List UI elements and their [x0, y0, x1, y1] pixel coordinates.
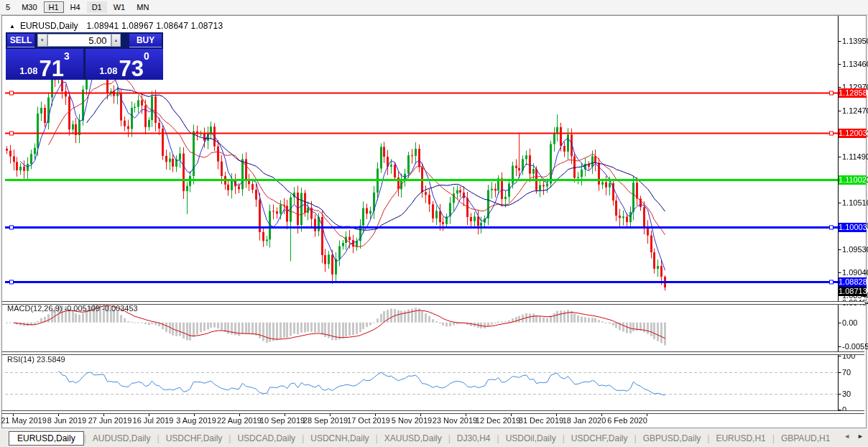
chart-tab-gbpusd-daily[interactable]: GBPUSD,Daily [637, 432, 708, 445]
pane-splitter-macd-rsi[interactable] [2, 351, 864, 355]
tab-scroll-arrows: ◄ ► [844, 433, 864, 440]
tab-scroll-right-icon[interactable]: ► [857, 433, 864, 440]
price-tick-label: 1.13460 [842, 60, 868, 68]
chart-tab-usdoil-daily[interactable]: USDOil,Daily [499, 432, 563, 445]
pane-splitter-price-macd[interactable] [2, 301, 864, 305]
timeframe-button-mn[interactable]: MN [131, 1, 154, 13]
price-tick-label: 1.12470 [842, 106, 868, 115]
pane-splitter-rsi-bottom[interactable] [2, 410, 864, 414]
hline-price-label: 1.11002 [839, 175, 867, 185]
rsi-name: RSI(14) [7, 355, 34, 364]
buy-price-main: 73 [119, 60, 144, 78]
timeframe-button-h1[interactable]: H1 [44, 1, 64, 13]
sell-price-sup: 3 [64, 50, 70, 62]
buy-button[interactable]: BUY [129, 34, 162, 47]
timeframe-toolbar: 5M30H1H4D1W1MN [0, 0, 868, 15]
rsi-value: 23.5849 [37, 355, 65, 364]
timeframe-button-h4[interactable]: H4 [65, 1, 86, 13]
price-tick-label: 1.09040 [842, 268, 868, 277]
hline-price-label: 1.10003 [839, 223, 867, 232]
chart-tab-audusd-daily[interactable]: AUDUSD,Daily [86, 432, 157, 445]
sell-price-quote[interactable]: 1.08 71 3 [6, 49, 83, 80]
sell-price-main: 71 [40, 60, 64, 78]
chart-tab-usdcnh-daily[interactable]: USDCNH,Daily [304, 432, 375, 445]
rsi-tick-label: 30 [842, 390, 851, 398]
chart-tab-eurusd-h1[interactable]: EURUSD,H1 [709, 432, 772, 445]
hline-price-label: 1.08828 [839, 277, 867, 287]
price-tick-label: 1.11490 [842, 152, 868, 161]
tab-scroll-left-icon[interactable]: ◄ [844, 433, 850, 440]
macd-name: MACD(12,26,9) [7, 304, 62, 313]
one-click-trade-panel: SELL ▼ ▲ BUY 1.08 71 3 1.08 73 0 [6, 32, 163, 80]
macd-indicator-label: MACD(12,26,9) -0.005109 -0.003453 [7, 304, 138, 313]
timeframe-button-w1[interactable]: W1 [108, 1, 131, 13]
sell-price-big: 1.08 [19, 65, 37, 76]
chart-tab-eurusd-daily[interactable]: EURUSD,Daily [9, 431, 84, 446]
buy-price-big: 1.08 [99, 65, 117, 76]
collapse-panel-icon[interactable]: ▲ [9, 23, 15, 29]
rsi-tick-label: 70 [842, 368, 851, 377]
chart-tab-bar: EURUSD,Daily|AUDUSD,Daily|USDCHF,Daily|U… [0, 430, 868, 447]
macd-values: -0.005109 -0.003453 [64, 304, 137, 313]
chart-tab-dj30-h4[interactable]: DJ30,H4 [451, 432, 497, 445]
chart-tab-gbpaud-h1[interactable]: GBPAUD,H1 [775, 432, 836, 445]
chart-ohlc-values: 1.08941 1.08967 1.08647 1.08713 [87, 21, 223, 31]
chart-tab-usdcad-daily[interactable]: USDCAD,Daily [231, 432, 302, 445]
chart-symbol-label: EURUSD,Daily [20, 21, 78, 31]
date-label: 6 Feb 2020 [602, 416, 652, 425]
buy-price-quote[interactable]: 1.08 73 0 [86, 49, 163, 80]
hline-price-label: 1.12003 [839, 129, 867, 138]
chart-header: ▲ EURUSD,Daily 1.08941 1.08967 1.08647 1… [9, 21, 223, 31]
price-tick-label: 1.09530 [842, 245, 868, 254]
spin-up-icon: ▲ [114, 38, 118, 42]
volume-increase-button[interactable]: ▲ [111, 34, 121, 47]
spin-down-icon: ▼ [40, 38, 45, 42]
timeframe-button-d1[interactable]: D1 [87, 1, 107, 13]
current-price-label: 1.08713 [839, 287, 867, 296]
hline-price-label: 1.12858 [839, 88, 867, 98]
macd-tick-label: 0.00 [842, 318, 857, 327]
volume-decrease-button[interactable]: ▼ [37, 34, 47, 47]
chart-tab-usdchf-daily[interactable]: USDCHF,Daily [565, 432, 634, 445]
sell-button[interactable]: SELL [7, 34, 34, 47]
price-tick-label: 1.13950 [842, 37, 868, 45]
rsi-indicator-label: RSI(14) 23.5849 [7, 355, 65, 364]
timeframe-button-m30[interactable]: M30 [17, 1, 42, 13]
timeframe-button-5[interactable]: 5 [1, 1, 15, 13]
chart-tab-xauusd-daily[interactable]: XAUUSD,Daily [378, 432, 448, 445]
chart-tab-usdchf-daily[interactable]: USDCHF,Daily [160, 432, 229, 445]
price-tick-label: 1.10510 [842, 198, 868, 207]
macd-tick-label: -0.005574 [842, 342, 868, 351]
volume-input[interactable] [47, 34, 111, 47]
buy-price-sup: 0 [144, 50, 149, 62]
